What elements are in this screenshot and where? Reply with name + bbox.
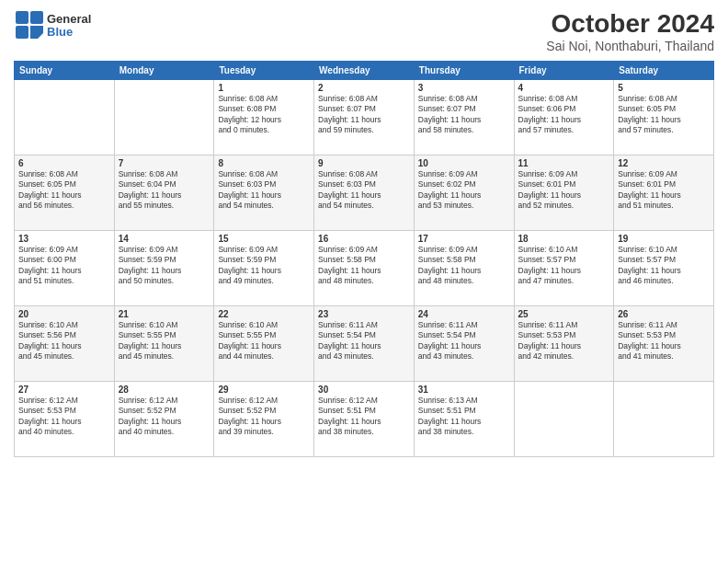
calendar-cell: 18Sunrise: 6:10 AMSunset: 5:57 PMDayligh… (514, 231, 614, 306)
calendar-cell: 11Sunrise: 6:09 AMSunset: 6:01 PMDayligh… (514, 155, 614, 231)
day-info: Sunrise: 6:13 AMSunset: 5:51 PMDaylight:… (418, 396, 510, 438)
day-number: 12 (618, 158, 710, 168)
calendar-cell: 25Sunrise: 6:11 AMSunset: 5:53 PMDayligh… (514, 306, 614, 382)
day-number: 16 (318, 234, 410, 244)
day-number: 27 (18, 385, 110, 395)
day-number: 1 (218, 83, 310, 93)
calendar-cell: 23Sunrise: 6:11 AMSunset: 5:54 PMDayligh… (314, 306, 415, 382)
day-number: 10 (418, 158, 510, 168)
day-info: Sunrise: 6:11 AMSunset: 5:54 PMDaylight:… (318, 320, 410, 362)
day-number: 17 (418, 234, 510, 244)
calendar-table: SundayMondayTuesdayWednesdayThursdayFrid… (14, 61, 714, 457)
day-number: 9 (318, 158, 410, 168)
calendar-cell: 3Sunrise: 6:08 AMSunset: 6:07 PMDaylight… (414, 80, 514, 155)
day-info: Sunrise: 6:08 AMSunset: 6:03 PMDaylight:… (218, 169, 310, 212)
day-info: Sunrise: 6:12 AMSunset: 5:51 PMDaylight:… (318, 396, 410, 438)
calendar-cell: 8Sunrise: 6:08 AMSunset: 6:03 PMDaylight… (214, 155, 314, 231)
logo-icon (14, 9, 47, 42)
day-info: Sunrise: 6:12 AMSunset: 5:52 PMDaylight:… (218, 396, 310, 438)
day-number: 6 (18, 158, 110, 168)
day-header-thursday: Thursday (414, 62, 514, 80)
day-info: Sunrise: 6:09 AMSunset: 5:59 PMDaylight:… (119, 245, 210, 287)
calendar-cell: 16Sunrise: 6:09 AMSunset: 5:58 PMDayligh… (314, 231, 415, 306)
calendar-cell: 2Sunrise: 6:08 AMSunset: 6:07 PMDaylight… (314, 80, 415, 155)
day-info: Sunrise: 6:08 AMSunset: 6:04 PMDaylight:… (119, 169, 210, 212)
day-number: 2 (318, 83, 410, 93)
calendar-cell: 29Sunrise: 6:12 AMSunset: 5:52 PMDayligh… (214, 382, 314, 457)
calendar-subtitle: Sai Noi, Nonthaburi, Thailand (546, 39, 714, 53)
day-info: Sunrise: 6:08 AMSunset: 6:07 PMDaylight:… (418, 94, 510, 136)
day-info: Sunrise: 6:11 AMSunset: 5:54 PMDaylight:… (418, 320, 510, 362)
day-number: 26 (618, 309, 710, 319)
day-header-monday: Monday (114, 62, 214, 80)
calendar-cell: 26Sunrise: 6:11 AMSunset: 5:53 PMDayligh… (614, 306, 714, 382)
calendar-cell: 30Sunrise: 6:12 AMSunset: 5:51 PMDayligh… (314, 382, 415, 457)
day-info: Sunrise: 6:08 AMSunset: 6:05 PMDaylight:… (18, 169, 110, 212)
calendar-cell (614, 382, 714, 457)
calendar-cell: 13Sunrise: 6:09 AMSunset: 6:00 PMDayligh… (15, 231, 115, 306)
calendar-cell: 22Sunrise: 6:10 AMSunset: 5:55 PMDayligh… (214, 306, 314, 382)
day-info: Sunrise: 6:10 AMSunset: 5:57 PMDaylight:… (518, 245, 610, 287)
day-info: Sunrise: 6:08 AMSunset: 6:07 PMDaylight:… (318, 94, 410, 136)
day-number: 21 (119, 309, 210, 319)
calendar-header-row: SundayMondayTuesdayWednesdayThursdayFrid… (15, 62, 714, 80)
day-number: 24 (418, 309, 510, 319)
svg-rect-2 (16, 26, 28, 39)
calendar-week-2: 6Sunrise: 6:08 AMSunset: 6:05 PMDaylight… (15, 155, 714, 231)
calendar-cell: 31Sunrise: 6:13 AMSunset: 5:51 PMDayligh… (414, 382, 514, 457)
title-block: October 2024 Sai Noi, Nonthaburi, Thaila… (546, 9, 714, 53)
day-info: Sunrise: 6:11 AMSunset: 5:53 PMDaylight:… (618, 320, 710, 362)
day-number: 20 (18, 309, 110, 319)
day-info: Sunrise: 6:09 AMSunset: 6:01 PMDaylight:… (618, 169, 710, 212)
day-header-sunday: Sunday (15, 62, 115, 80)
logo-line2: Blue (47, 26, 91, 39)
logo-line1: General (47, 13, 91, 26)
day-info: Sunrise: 6:09 AMSunset: 6:01 PMDaylight:… (518, 169, 610, 212)
calendar-cell: 20Sunrise: 6:10 AMSunset: 5:56 PMDayligh… (15, 306, 115, 382)
calendar-cell: 7Sunrise: 6:08 AMSunset: 6:04 PMDaylight… (114, 155, 214, 231)
calendar-week-3: 13Sunrise: 6:09 AMSunset: 6:00 PMDayligh… (15, 231, 714, 306)
day-header-tuesday: Tuesday (214, 62, 314, 80)
day-number: 15 (218, 234, 310, 244)
calendar-cell: 6Sunrise: 6:08 AMSunset: 6:05 PMDaylight… (15, 155, 115, 231)
calendar-cell: 14Sunrise: 6:09 AMSunset: 5:59 PMDayligh… (114, 231, 214, 306)
day-number: 30 (318, 385, 410, 395)
calendar-cell: 19Sunrise: 6:10 AMSunset: 5:57 PMDayligh… (614, 231, 714, 306)
calendar-cell: 27Sunrise: 6:12 AMSunset: 5:53 PMDayligh… (15, 382, 115, 457)
day-number: 19 (618, 234, 710, 244)
day-info: Sunrise: 6:09 AMSunset: 5:59 PMDaylight:… (218, 245, 310, 287)
day-number: 11 (518, 158, 610, 168)
calendar-title: October 2024 (546, 9, 714, 39)
calendar-cell: 9Sunrise: 6:08 AMSunset: 6:03 PMDaylight… (314, 155, 415, 231)
calendar-cell (514, 382, 614, 457)
day-info: Sunrise: 6:08 AMSunset: 6:08 PMDaylight:… (218, 94, 310, 136)
day-info: Sunrise: 6:09 AMSunset: 6:00 PMDaylight:… (18, 245, 110, 287)
day-number: 18 (518, 234, 610, 244)
day-header-friday: Friday (514, 62, 614, 80)
calendar-cell: 28Sunrise: 6:12 AMSunset: 5:52 PMDayligh… (114, 382, 214, 457)
day-info: Sunrise: 6:10 AMSunset: 5:55 PMDaylight:… (218, 320, 310, 362)
day-number: 25 (518, 309, 610, 319)
day-number: 8 (218, 158, 310, 168)
calendar-cell: 21Sunrise: 6:10 AMSunset: 5:55 PMDayligh… (114, 306, 214, 382)
calendar-cell: 12Sunrise: 6:09 AMSunset: 6:01 PMDayligh… (614, 155, 714, 231)
calendar-week-5: 27Sunrise: 6:12 AMSunset: 5:53 PMDayligh… (15, 382, 714, 457)
logo: General Blue (14, 9, 91, 42)
day-header-saturday: Saturday (614, 62, 714, 80)
day-number: 23 (318, 309, 410, 319)
day-header-wednesday: Wednesday (314, 62, 415, 80)
day-number: 7 (119, 158, 210, 168)
calendar-cell: 1Sunrise: 6:08 AMSunset: 6:08 PMDaylight… (214, 80, 314, 155)
header: General Blue October 2024 Sai Noi, Nonth… (14, 9, 714, 53)
day-number: 5 (618, 83, 710, 93)
calendar-week-1: 1Sunrise: 6:08 AMSunset: 6:08 PMDaylight… (15, 80, 714, 155)
day-info: Sunrise: 6:08 AMSunset: 6:03 PMDaylight:… (318, 169, 410, 212)
day-info: Sunrise: 6:12 AMSunset: 5:52 PMDaylight:… (119, 396, 210, 438)
svg-rect-0 (16, 11, 28, 24)
day-number: 14 (119, 234, 210, 244)
page: General Blue October 2024 Sai Noi, Nonth… (0, 0, 728, 563)
day-number: 29 (218, 385, 310, 395)
day-info: Sunrise: 6:11 AMSunset: 5:53 PMDaylight:… (518, 320, 610, 362)
day-info: Sunrise: 6:12 AMSunset: 5:53 PMDaylight:… (18, 396, 110, 438)
day-number: 31 (418, 385, 510, 395)
